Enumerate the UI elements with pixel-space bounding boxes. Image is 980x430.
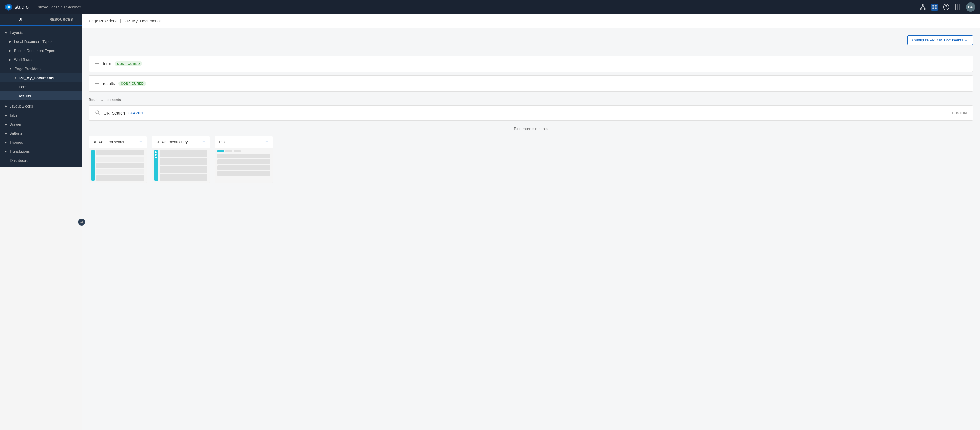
chevron-layout-blocks: ▶	[5, 105, 7, 108]
sidebar-label-drawer: Drawer	[10, 122, 22, 126]
add-drawer-menu-icon[interactable]: ＋	[202, 139, 206, 145]
svg-line-7	[923, 6, 925, 8]
collapse-chevron-icon: ◀	[81, 221, 83, 224]
sidebar-label-page-providers: Page Providers	[14, 67, 41, 71]
topbar-breadcrumb: nuxeo / gcarlin's Sandbox	[38, 5, 81, 10]
sidebar-label-tabs: Tabs	[10, 113, 17, 117]
sidebar-label-local-doc-types: Local Document Types	[14, 40, 52, 44]
preview-block-5	[96, 175, 145, 181]
sidebar-label-layouts: Layouts	[10, 30, 23, 35]
tab-header-1	[217, 150, 224, 152]
chevron-page-providers: ▼	[9, 67, 12, 70]
sidebar-label-builtin-doc-types: Built-in Document Types	[14, 48, 55, 53]
drawer-search-preview	[89, 148, 147, 183]
grid-view-icon[interactable]	[931, 3, 938, 11]
sidebar-item-pp-my-documents[interactable]: ▼ PP_My_Documents	[0, 74, 82, 82]
topology-icon[interactable]	[920, 3, 926, 11]
svg-point-16	[959, 5, 961, 6]
sidebar-label-form: form	[19, 85, 26, 89]
sidebar-item-layout-blocks[interactable]: ▶ Layout Blocks	[0, 102, 82, 111]
help-icon[interactable]	[943, 3, 950, 11]
svg-line-6	[921, 6, 923, 8]
configure-button[interactable]: Configure PP_My_Documents →	[907, 35, 973, 45]
sidebar-item-page-providers[interactable]: ▼ Page Providers	[0, 64, 82, 74]
svg-point-18	[957, 6, 958, 8]
bind-card-header-drawer-menu: Drawer menu entry ＋	[152, 136, 210, 148]
sidebar-label-results: results	[19, 94, 31, 98]
avatar[interactable]: GC	[966, 2, 975, 12]
bind-card-label-drawer-menu: Drawer menu entry	[156, 140, 188, 144]
chevron-translations: ▶	[5, 150, 7, 153]
topbar-right: GC	[920, 2, 975, 12]
breadcrumb-part1: Page Providers	[89, 19, 117, 23]
preview-menu-bar	[154, 150, 158, 181]
sidebar-item-buttons[interactable]: ▶ Buttons	[0, 129, 82, 138]
bind-card-header-tab: Tab ＋	[215, 136, 273, 148]
sidebar-label-pp-my-documents: PP_My_Documents	[19, 76, 54, 80]
sidebar-label-workflows: Workflows	[14, 58, 32, 62]
sidebar-item-tabs[interactable]: ▶ Tabs	[0, 111, 82, 120]
sidebar-item-results[interactable]: results	[0, 91, 82, 101]
sidebar-item-builtin-doc-types[interactable]: ▶ Built-in Document Types	[0, 46, 82, 55]
chevron-buttons: ▶	[5, 132, 7, 135]
bind-card-drawer-item-search[interactable]: Drawer item search ＋	[89, 136, 147, 183]
sidebar-item-workflows[interactable]: ▶ Workflows	[0, 55, 82, 64]
add-tab-icon[interactable]: ＋	[264, 139, 269, 145]
layout-row-form: ☰ form CONFIGURED	[89, 56, 973, 72]
bind-card-header-drawer-search: Drawer item search ＋	[89, 136, 147, 148]
layout-row-results: ☰ results CONFIGURED	[89, 75, 973, 92]
sidebar-item-local-doc-types[interactable]: ▶ Local Document Types	[0, 37, 82, 46]
bind-card-tab[interactable]: Tab ＋	[215, 136, 273, 183]
preview-menu-content	[159, 150, 207, 181]
chevron-builtin-doc: ▶	[10, 49, 12, 52]
svg-rect-9	[935, 5, 937, 6]
sidebar-collapse-button[interactable]: ◀	[78, 219, 85, 225]
layout-name-form: form	[103, 61, 111, 66]
preview-tab-headers	[217, 150, 270, 152]
preview-blocks	[96, 150, 145, 181]
svg-rect-8	[932, 5, 934, 6]
menu-dot-2	[155, 154, 157, 156]
sidebar-wrapper: UI RESOURCES ▼ Layouts ▶ Local Document …	[0, 14, 82, 430]
topbar: studio nuxeo / gcarlin's Sandbox GC	[0, 0, 980, 14]
bind-card-label-tab: Tab	[218, 140, 224, 144]
tab-header-3	[234, 150, 240, 152]
bind-cards: Drawer item search ＋	[89, 136, 973, 183]
sidebar-item-form[interactable]: form	[0, 82, 82, 91]
sidebar-label-buttons: Buttons	[10, 131, 22, 136]
sidebar-item-themes[interactable]: ▶ Themes	[0, 138, 82, 147]
bound-element-tag: SEARCH	[128, 111, 143, 115]
bound-element-name: OR_Search	[103, 111, 125, 115]
bind-card-drawer-menu-entry[interactable]: Drawer menu entry ＋	[152, 136, 210, 183]
breadcrumb-separator: |	[120, 19, 121, 23]
add-drawer-search-icon[interactable]: ＋	[138, 139, 143, 145]
svg-point-22	[959, 8, 961, 10]
menu-block-2	[159, 158, 207, 165]
sidebar-item-drawer[interactable]: ▶ Drawer	[0, 120, 82, 129]
svg-rect-10	[932, 8, 934, 9]
search-icon	[95, 110, 100, 116]
bound-element-row: OR_Search SEARCH CUSTOM	[89, 106, 973, 121]
svg-point-21	[957, 8, 958, 10]
sidebar-label-themes: Themes	[10, 140, 23, 145]
svg-point-5	[924, 8, 926, 10]
preview-block-3	[96, 163, 145, 168]
svg-line-24	[98, 113, 99, 115]
chevron-themes: ▶	[5, 141, 7, 144]
svg-point-15	[957, 5, 958, 6]
logo[interactable]: studio	[5, 3, 29, 11]
chevron-local-doc: ▶	[10, 40, 12, 43]
sidebar-item-dashboard[interactable]: Dashboard	[0, 156, 82, 165]
menu-dot-1	[155, 151, 157, 153]
sidebar-item-translations[interactable]: ▶ Translations	[0, 147, 82, 156]
tab-resources[interactable]: RESOURCES	[41, 14, 82, 25]
menu-block-4	[159, 174, 207, 181]
chevron-pp-my-docs: ▼	[14, 77, 17, 80]
tab-ui[interactable]: UI	[0, 14, 41, 26]
sidebar-item-layouts[interactable]: ▼ Layouts	[0, 28, 82, 37]
menu-block-3	[159, 166, 207, 173]
apps-icon[interactable]	[955, 3, 961, 11]
menu-block-1	[159, 150, 207, 157]
configured-badge-results: CONFIGURED	[118, 81, 146, 86]
tab-block-3	[217, 165, 270, 170]
